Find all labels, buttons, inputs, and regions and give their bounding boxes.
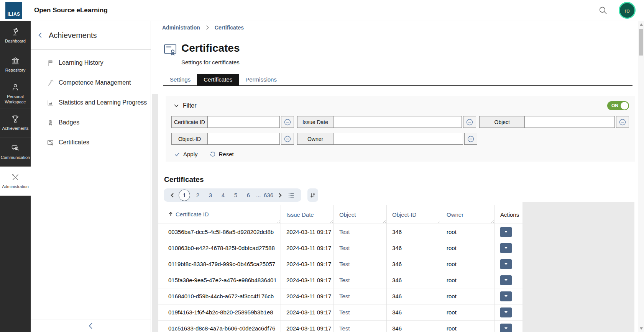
cell-object-link[interactable]: Test [334,288,387,304]
remove-filter-button[interactable] [616,116,629,128]
user-avatar[interactable]: ro [619,2,636,19]
column-header-object[interactable]: Object [339,211,356,218]
caret-down-icon [504,263,508,265]
pagination-page[interactable]: 5 [231,192,241,198]
sidebar-item-learning-history[interactable]: Learning History [31,53,151,73]
cell-object-link[interactable]: Test [334,240,387,256]
toggle-on-label: ON [611,103,618,108]
column-resize-handle[interactable] [276,219,280,223]
chevron-down-icon[interactable] [174,104,179,108]
mainbar-item-dashboard[interactable]: Dashboard [0,21,31,50]
breadcrumb: Administration Certificates [151,21,638,34]
cell-issue-date: 2024-03-11 09:17 [281,240,334,256]
scrollbar-thumb[interactable] [639,29,643,56]
column-label: Certificate ID [176,211,209,218]
sort-options-button[interactable] [307,188,318,202]
issue-date-input[interactable] [334,116,462,128]
sidebar-item-statistics[interactable]: Statistics and Learning Progress [31,93,151,113]
mainbar-item-repository[interactable]: Repository [0,50,31,79]
tab-certificates[interactable]: Certificates [197,74,239,85]
rows-per-page-button[interactable] [286,191,296,200]
pagination-page[interactable]: 3 [205,192,215,198]
column-header-object-id[interactable]: Object-ID [392,211,416,218]
sidebar-footer [31,319,151,332]
scrollbar-up-arrow[interactable] [640,23,643,26]
cell-owner: root [441,272,495,288]
mainbar-item-achievements[interactable]: Achievements [0,108,31,137]
remove-filter-button[interactable] [463,116,476,128]
column-header-owner[interactable]: Owner [447,211,463,218]
filter-on-toggle[interactable]: ON [607,101,629,110]
chevron-left-icon [88,322,94,330]
remove-filter-button[interactable] [281,116,294,128]
sidebar-item-competence-management[interactable]: Competence Management [31,73,151,93]
scrollbar-down-arrow[interactable] [640,327,643,330]
column-header-issue-date[interactable]: Issue Date [286,211,314,218]
pagination-page[interactable]: 2 [193,192,203,198]
mainbar-item-label: Achievements [0,126,30,131]
table-row: 01684010-d59b-44cb-a672-af3cc4f176cb 202… [158,288,523,304]
cell-issue-date: 2024-03-11 09:17 [281,224,334,240]
column-resize-handle[interactable] [490,219,494,223]
cell-object-link[interactable]: Test [334,256,387,272]
sidebar-item-badges[interactable]: Badges [31,113,151,132]
cell-object-link[interactable]: Test [334,272,387,288]
row-actions-dropdown[interactable] [500,291,512,301]
cell-object-link[interactable]: Test [334,304,387,321]
pagination-next-button[interactable] [276,192,284,199]
object-input[interactable] [525,116,615,128]
pagination-page[interactable]: 6 [243,192,253,198]
sidebar-item-label: Competence Management [59,79,131,86]
sidebar-back-button[interactable] [36,30,45,40]
sidebar-item-certificates[interactable]: Certificates [31,132,151,152]
search-button[interactable] [598,5,608,15]
column-header-certificate-id[interactable]: Certificate ID [168,211,209,218]
breadcrumb-certificates[interactable]: Certificates [215,25,244,31]
column-resize-handle[interactable] [437,219,440,223]
row-actions-dropdown[interactable] [500,275,512,285]
wand-icon [47,79,54,87]
pagination-prev-button[interactable] [169,192,176,199]
installation-title: Open Source eLearning [34,7,108,14]
row-actions-dropdown[interactable] [500,243,512,253]
table-section-heading: Certificates [164,175,638,184]
mainbar-item-administration[interactable]: Administration [0,167,31,196]
certificate-id-input[interactable] [208,116,280,128]
row-actions-dropdown[interactable] [500,307,512,317]
table-row: 01c51633-d8c8-4a7a-b606-c0de2ac6df76 202… [158,321,523,332]
cell-owner: root [441,321,495,332]
object-id-input[interactable] [208,133,280,145]
tab-settings[interactable]: Settings [163,74,197,85]
breadcrumb-administration[interactable]: Administration [162,25,200,31]
row-actions-dropdown[interactable] [500,227,512,237]
filter-field-label: Object-ID [171,133,208,145]
row-actions-dropdown[interactable] [500,324,512,332]
tab-permissions[interactable]: Permissions [239,74,283,85]
apply-button[interactable]: Apply [174,151,198,157]
pagination-page-current[interactable]: 1 [179,190,190,201]
secondary-sidebar: Achievements Learning History Competence… [31,21,151,332]
mainbar-item-personal-workspace[interactable]: Personal Workspace [0,79,31,108]
pagination-page[interactable]: 4 [218,192,228,198]
vertical-scrollbar[interactable] [638,21,644,332]
sidebar-collapse-button[interactable] [88,322,94,330]
column-resize-handle[interactable] [329,219,333,223]
cell-object-id: 346 [387,256,441,272]
pagination-ellipsis: ... [256,192,261,198]
cell-object-link[interactable]: Test [334,224,387,240]
row-actions-dropdown[interactable] [500,259,512,269]
ilias-logo[interactable]: ILIAS [5,2,22,19]
check-icon [174,151,180,157]
cell-certificate-id: 010863b0-e422-4678-825f-0dbfcad27588 [158,240,281,256]
reset-button[interactable]: Reset [209,151,234,157]
flag-icon [47,59,54,67]
cell-object-link[interactable]: Test [334,321,387,332]
mainbar-item-communication[interactable]: Communication [0,137,31,167]
pagination-last-page[interactable]: 636 [264,192,274,198]
remove-filter-button[interactable] [464,133,477,145]
cell-owner: root [441,304,495,321]
column-resize-handle[interactable] [382,219,386,223]
mainbar-item-label: Personal Workspace [0,94,31,105]
owner-input[interactable] [334,133,463,145]
remove-filter-button[interactable] [281,133,294,145]
